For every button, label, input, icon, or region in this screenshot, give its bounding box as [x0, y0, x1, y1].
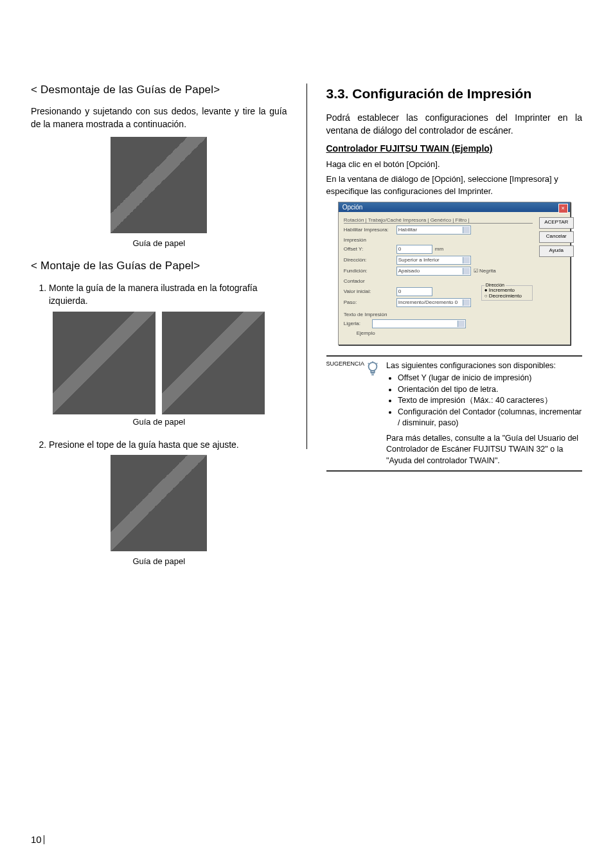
tip-intro: Las siguientes configuraciones son dispo…	[386, 360, 582, 372]
tip-bullet-2: Orientación del tipo de letra.	[398, 384, 582, 396]
step-1: Monte la guía de la manera ilustrada en …	[49, 281, 287, 308]
dialog-title-text: Opción	[342, 204, 363, 211]
input-valor-inicial[interactable]: 0	[396, 287, 432, 296]
caption-1: Guía de papel	[31, 238, 287, 248]
label-ejemplo: Ejemplo	[357, 330, 375, 336]
section-texto-impresion: Texto de Impresión	[344, 312, 533, 317]
cancelar-button[interactable]: Cancelar	[539, 231, 574, 243]
aceptar-button[interactable]: ACEPTAR	[539, 217, 574, 229]
dropdown-enable[interactable]: Habilitar	[396, 226, 471, 235]
radio-incremento[interactable]: Incremento	[484, 287, 529, 293]
label-enable: Habilitar Impresora:	[344, 227, 394, 233]
lightbulb-icon	[366, 360, 380, 380]
legend-direccion: Dirección	[484, 283, 506, 287]
caption-2: Guía de papel	[31, 417, 287, 427]
page-number: 10	[31, 834, 44, 845]
heading-assembly: < Montaje de las Guías de Papel>	[31, 260, 287, 272]
figure-assembly-pair	[31, 312, 287, 414]
instruction-1: Haga clic en el botón [Opción].	[326, 159, 583, 171]
dropdown-fundicion[interactable]: Apaisado	[396, 267, 471, 276]
instruction-2: En la ventana de diálogo de [Opción], se…	[326, 173, 583, 198]
group-direccion: Dirección Incremento Decrecimiento	[481, 285, 533, 301]
figure-press	[31, 455, 287, 554]
input-offset[interactable]: 0	[396, 245, 432, 254]
section-title: 3.3. Configuración de Impresión	[326, 86, 583, 102]
close-icon[interactable]: ×	[558, 204, 568, 213]
label-offset: Offset Y:	[344, 246, 394, 252]
dropdown-ligeria[interactable]	[372, 319, 466, 328]
figure-disassembly	[31, 137, 287, 236]
caption-3: Guía de papel	[31, 556, 287, 566]
tip-box: SUGERENCIA Las siguientes configuracione…	[326, 355, 583, 472]
intro-para: Podrá establecer las configuraciones del…	[326, 112, 583, 137]
step-2: Presione el tope de la guía hasta que se…	[49, 438, 287, 451]
dialog-tabs[interactable]: Rotación | Trabajo/Caché Impresora | Gen…	[344, 216, 533, 224]
ayuda-button[interactable]: Ayuda	[539, 245, 574, 257]
dialog-titlebar: Opción ×	[339, 202, 570, 212]
para-disassembly: Presionando y sujetando con sus dedos, l…	[31, 105, 287, 130]
label-fundicion: Fundición:	[344, 268, 394, 274]
label-direccion: Dirección:	[344, 257, 394, 263]
label-paso: Paso:	[344, 299, 394, 305]
dialog-opcion: Opción × Rotación | Trabajo/Caché Impres…	[338, 202, 571, 345]
tip-label-text: SUGERENCIA	[326, 360, 365, 367]
label-ligeria: Ligeria:	[344, 321, 369, 326]
tip-bullet-3: Texto de impresión（Máx.: 40 caracteres）	[398, 395, 582, 407]
dropdown-paso[interactable]: Incremento/Decremento 0	[396, 298, 471, 307]
image-placeholder	[162, 312, 265, 414]
radio-decrecimiento[interactable]: Decrecimiento	[484, 293, 529, 299]
image-placeholder	[111, 455, 207, 551]
subheading-twain: Controlador FUJITSU TWAIN (Ejemplo)	[326, 143, 583, 154]
label-valor-inicial: Valor inicial:	[344, 288, 394, 294]
tip-footer: Para más detalles, consulte a la "Guía d…	[386, 433, 582, 467]
dropdown-direccion[interactable]: Superior a Inferior	[396, 256, 471, 265]
tip-bullet-4: Configuración del Contador (columnas, in…	[398, 407, 582, 429]
svg-point-0	[369, 362, 377, 371]
checkbox-negrita[interactable]: Negrita	[474, 268, 496, 274]
image-placeholder	[111, 137, 207, 233]
image-placeholder	[53, 312, 155, 414]
unit-mm: mm	[435, 246, 443, 252]
tip-bullet-1: Offset Y (lugar de inicio de impresión)	[398, 373, 582, 384]
heading-disassembly: < Desmontaje de las Guías de Papel>	[31, 84, 287, 96]
section-impresion: Impresión	[344, 237, 533, 243]
column-divider	[306, 84, 307, 449]
